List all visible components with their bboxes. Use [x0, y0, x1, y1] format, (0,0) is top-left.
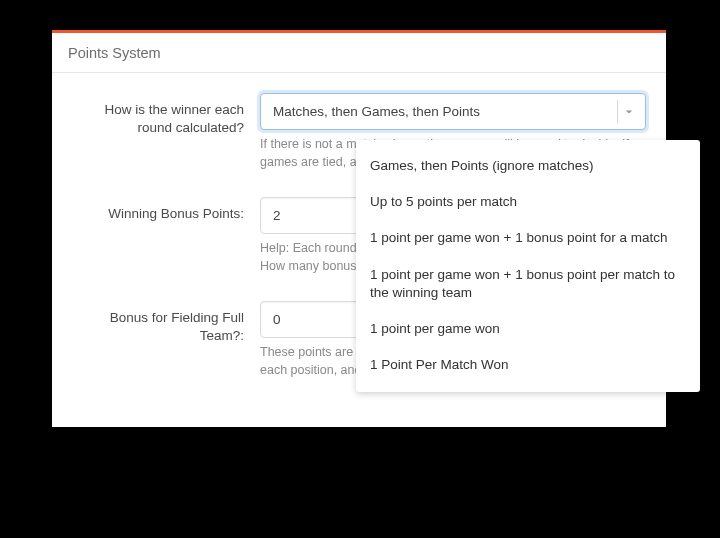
panel-title: Points System [52, 33, 666, 73]
winner-label: How is the winner each round calculated? [72, 93, 260, 193]
winner-select[interactable]: Matches, then Games, then Points [260, 93, 646, 130]
winner-dropdown: Games, then Points (ignore matches) Up t… [356, 140, 700, 392]
winner-option[interactable]: 1 point per game won [356, 311, 700, 347]
winner-option[interactable]: 1 Point Per Match Won [356, 347, 700, 383]
winner-option[interactable]: Games, then Points (ignore matches) [356, 148, 700, 184]
winner-option[interactable]: 1 point per game won + 1 bonus point for… [356, 220, 700, 256]
winner-option[interactable]: Up to 5 points per match [356, 184, 700, 220]
bonus-label: Winning Bonus Points: [72, 197, 260, 297]
fullteam-label: Bonus for Fielding Full Team?: [72, 301, 260, 379]
winner-option[interactable]: 1 point per game won + 1 bonus point per… [356, 257, 700, 311]
chevron-down-icon [617, 100, 639, 123]
winner-select-value: Matches, then Games, then Points [273, 104, 480, 119]
